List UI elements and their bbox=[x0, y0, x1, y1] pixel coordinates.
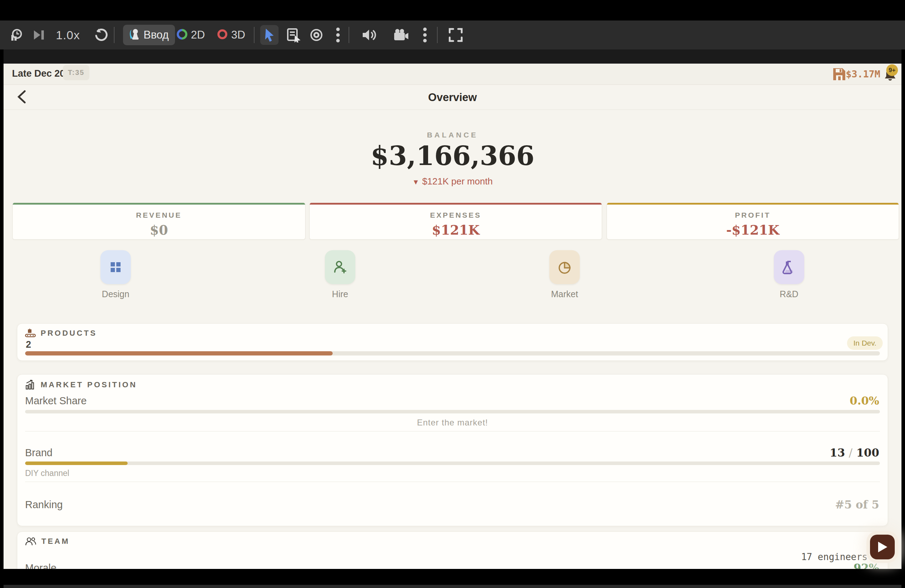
page-header: Overview bbox=[3, 85, 902, 110]
save-icon[interactable] bbox=[832, 67, 847, 83]
input-mode-button[interactable]: Ввод bbox=[123, 25, 175, 45]
cursor-icon bbox=[263, 28, 276, 42]
products-header: PRODUCTS bbox=[25, 329, 97, 338]
products-progress-track bbox=[25, 351, 880, 355]
design-tile[interactable] bbox=[100, 250, 131, 284]
hire-tile[interactable] bbox=[325, 250, 355, 284]
expenses-card: EXPENSES $121K bbox=[309, 203, 602, 239]
notification-count-badge: 9+ bbox=[886, 64, 898, 76]
person-plus-icon bbox=[332, 259, 348, 275]
fullscreen-icon[interactable] bbox=[448, 28, 463, 43]
pause-history-icon[interactable] bbox=[9, 28, 23, 42]
team-size-text: 17 engineers bbox=[801, 552, 867, 562]
mode-2d-label: 2D bbox=[191, 29, 205, 41]
ranking-label: Ranking bbox=[25, 499, 63, 510]
hire-action-button[interactable]: Hire bbox=[312, 250, 368, 299]
screen: 1.0x Ввод 2D 3D bbox=[0, 0, 905, 588]
market-action-button[interactable]: Market bbox=[536, 250, 593, 299]
turn-timer-badge: T:35 bbox=[63, 65, 89, 80]
brand-track bbox=[25, 461, 880, 465]
inspect-node-icon[interactable] bbox=[286, 28, 301, 43]
3d-ring-icon bbox=[217, 29, 228, 41]
morale-value: 92% bbox=[853, 561, 879, 569]
brand-channel: DIY channel bbox=[25, 469, 69, 478]
market-tile[interactable] bbox=[549, 250, 580, 284]
kebab-menu-icon[interactable] bbox=[336, 27, 340, 43]
balance-trend: ▼$121K per month bbox=[3, 176, 902, 187]
products-title: PRODUCTS bbox=[41, 329, 97, 338]
revenue-card: REVENUE $0 bbox=[13, 203, 305, 239]
speaker-icon[interactable] bbox=[361, 28, 377, 42]
brand-value: 13 / 100 bbox=[830, 446, 879, 459]
brand-separator: / bbox=[849, 446, 852, 459]
market-position-title: MARKET POSITION bbox=[41, 380, 137, 390]
game-topbar: Late Dec 2000 T:35 $3.17M 9+ bbox=[3, 63, 902, 85]
hire-label: Hire bbox=[312, 289, 368, 299]
camera-icon[interactable] bbox=[393, 29, 409, 41]
trend-text: $121K per month bbox=[422, 176, 492, 187]
play-icon bbox=[877, 541, 888, 553]
market-position-card[interactable]: MARKET POSITION Market Share 0.0% Enter … bbox=[17, 374, 888, 526]
kebab-menu-icon[interactable] bbox=[423, 27, 427, 43]
products-progress-fill bbox=[25, 351, 333, 355]
morale-label: Morale bbox=[25, 562, 57, 569]
toolbar-divider bbox=[437, 27, 438, 43]
ranking-value: #5 of 5 bbox=[835, 498, 879, 511]
brand-label: Brand bbox=[25, 447, 52, 459]
profit-accent bbox=[607, 203, 899, 204]
balance-label: BALANCE bbox=[3, 131, 902, 139]
rnd-tile[interactable] bbox=[774, 250, 804, 284]
rnd-action-button[interactable]: R&D bbox=[761, 250, 817, 299]
row-divider bbox=[25, 482, 880, 482]
profit-label: PROFIT bbox=[607, 211, 899, 219]
conveyor-icon bbox=[25, 329, 36, 338]
market-label: Market bbox=[536, 289, 593, 299]
market-position-header: MARKET POSITION bbox=[25, 379, 137, 390]
trend-down-icon: ▼ bbox=[412, 178, 419, 186]
design-label: Design bbox=[87, 289, 144, 299]
market-share-value: 0.0% bbox=[850, 395, 879, 407]
game-viewport: Late Dec 2000 T:35 $3.17M 9+ Overview bbox=[3, 49, 902, 569]
brand-current: 13 bbox=[830, 446, 845, 459]
play-button[interactable] bbox=[870, 535, 895, 559]
design-action-button[interactable]: Design bbox=[87, 250, 144, 299]
grid-icon bbox=[108, 260, 123, 274]
input-mode-label: Ввод bbox=[143, 29, 168, 41]
bottom-letterbox bbox=[3, 585, 902, 588]
market-share-label: Market Share bbox=[25, 395, 87, 407]
expenses-label: EXPENSES bbox=[310, 211, 602, 219]
team-card[interactable]: TEAM 17 engineers Morale 92% bbox=[17, 531, 888, 569]
pie-chart-icon bbox=[557, 259, 572, 275]
profit-value: -$121K bbox=[607, 222, 899, 238]
pawn-icon bbox=[129, 28, 140, 42]
reset-icon[interactable] bbox=[94, 28, 108, 42]
profit-card: PROFIT -$121K bbox=[607, 203, 899, 239]
toolbar-divider bbox=[254, 27, 254, 43]
cursor-tool-button[interactable] bbox=[260, 25, 279, 45]
step-forward-icon[interactable] bbox=[33, 29, 45, 41]
market-share-track bbox=[25, 410, 880, 414]
engine-toolbar: 1.0x Ввод 2D 3D bbox=[0, 21, 905, 49]
brand-fill bbox=[25, 461, 128, 465]
revenue-value: $0 bbox=[13, 222, 305, 238]
speed-indicator[interactable]: 1.0x bbox=[56, 28, 80, 42]
toolbar-divider bbox=[114, 27, 114, 43]
team-title: TEAM bbox=[41, 537, 70, 546]
mode-3d-button[interactable]: 3D bbox=[217, 29, 245, 41]
expenses-value: $121K bbox=[310, 222, 602, 238]
in-dev-badge: In Dev. bbox=[847, 336, 883, 350]
products-card[interactable]: PRODUCTS 2 In Dev. bbox=[17, 323, 888, 361]
chart-growth-icon bbox=[25, 379, 36, 390]
money-indicator[interactable]: $3.17M bbox=[846, 68, 880, 79]
mode-2d-button[interactable]: 2D bbox=[177, 29, 205, 41]
game-screen: Late Dec 2000 T:35 $3.17M 9+ Overview bbox=[3, 63, 902, 569]
expenses-accent bbox=[310, 203, 602, 204]
2d-ring-icon bbox=[177, 29, 187, 41]
target-icon[interactable] bbox=[310, 28, 323, 42]
flask-icon bbox=[781, 259, 797, 275]
brand-max: 100 bbox=[856, 446, 879, 459]
products-count: 2 bbox=[26, 339, 31, 350]
page-title: Overview bbox=[3, 91, 902, 104]
team-people-icon bbox=[25, 537, 37, 546]
notifications-bell[interactable]: 9+ bbox=[883, 68, 897, 83]
